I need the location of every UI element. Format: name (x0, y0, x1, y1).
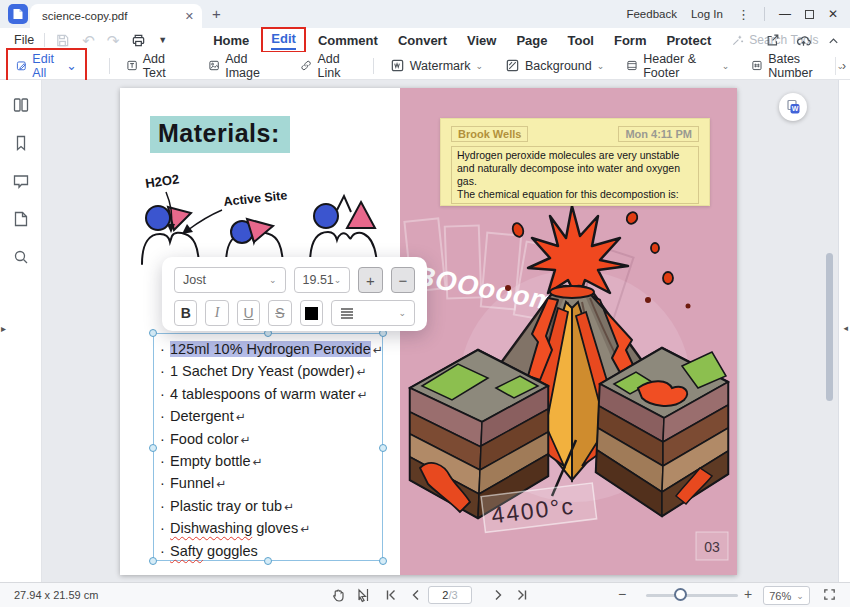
watermark-label: Watermark (410, 59, 471, 73)
bullet: · (160, 495, 170, 517)
page-number-input[interactable]: 2/3 (428, 586, 472, 604)
feedback-link[interactable]: Feedback (626, 8, 677, 20)
decrease-size-button[interactable]: − (391, 267, 415, 293)
background-button[interactable]: Background ⌄ (499, 55, 610, 76)
list-item[interactable]: ·Detergent↵ (160, 405, 380, 427)
list-item[interactable]: ·Empty bottle↵ (160, 450, 380, 472)
sticky-note-comment[interactable]: Brook Wells Mon 4:11 PM Hydrogen peroxid… (440, 118, 710, 206)
resize-handle[interactable] (379, 444, 387, 452)
selected-text-box[interactable]: ·125ml 10% Hydrogen Peroxide↵ ·1 Sachet … (153, 333, 383, 561)
expand-panel-arrow[interactable]: ▸ (1, 323, 6, 334)
previous-page-button[interactable] (408, 587, 424, 603)
background-icon (505, 58, 520, 73)
menu-item-home[interactable]: Home (203, 31, 259, 50)
italic-button[interactable]: I (205, 300, 228, 326)
select-tool-icon[interactable] (356, 587, 372, 603)
list-item[interactable]: ·4 tablespoons of warm water↵ (160, 383, 380, 405)
chevron-down-icon: ⌄ (597, 61, 605, 71)
edit-all-button[interactable]: Edit All ⌄ (6, 48, 87, 84)
font-size-select[interactable]: 19.51 ⌄ (294, 267, 351, 293)
menu-item-convert[interactable]: Convert (388, 31, 457, 50)
cloud-upload-icon[interactable] (796, 33, 811, 48)
more-tools-arrow[interactable]: › (835, 57, 846, 75)
resize-handle[interactable] (149, 557, 157, 565)
list-item[interactable]: ·Funnel↵ (160, 472, 380, 494)
hand-tool-icon[interactable] (330, 587, 346, 603)
resize-handle[interactable] (149, 444, 157, 452)
login-link[interactable]: Log In (691, 8, 723, 20)
list-item[interactable]: ·Plastic tray or tub↵ (160, 495, 380, 517)
menu-item-view[interactable]: View (457, 31, 506, 50)
chevron-down-icon: ⌄ (398, 308, 406, 318)
zoom-level-select[interactable]: 76% ⌄ (763, 586, 810, 605)
maximize-button[interactable] (805, 10, 814, 19)
first-page-button[interactable] (383, 587, 399, 603)
note-body-text[interactable]: Hydrogen peroxide molecules are very uns… (451, 146, 699, 204)
bookmarks-icon[interactable] (12, 134, 30, 152)
resize-handle[interactable] (379, 557, 387, 565)
close-window-button[interactable]: ✕ (828, 7, 838, 21)
list-item[interactable]: ·1 Sachet Dry Yeast (powder)↵ (160, 360, 380, 382)
menu-item-form[interactable]: Form (604, 31, 657, 50)
edit-toolbar: Edit All ⌄ Add Text Add Image Add Link W… (0, 52, 850, 80)
alignment-select[interactable]: ⌄ (331, 300, 415, 326)
save-icon[interactable] (55, 33, 70, 48)
resize-handle[interactable] (264, 557, 272, 565)
attachments-icon[interactable] (12, 210, 30, 228)
undo-icon[interactable]: ↶ (82, 33, 95, 48)
minimize-button[interactable]: — (779, 7, 791, 21)
list-item[interactable]: ·Food color↵ (160, 428, 380, 450)
enzyme-diagram: H2O2 Active Site (138, 174, 388, 266)
font-color-button[interactable] (300, 300, 323, 326)
zoom-slider-knob[interactable] (674, 588, 687, 601)
increase-size-button[interactable]: + (358, 267, 382, 293)
vertical-scrollbar[interactable] (826, 253, 833, 401)
watermark-button[interactable]: Watermark ⌄ (384, 55, 489, 76)
fit-screen-icon[interactable] (822, 587, 837, 602)
menu-item-comment[interactable]: Comment (308, 31, 388, 50)
new-tab-button[interactable]: + (212, 5, 221, 22)
header-footer-button[interactable]: Header & Footer ⌄ (620, 49, 735, 83)
menu-item-page[interactable]: Page (506, 31, 557, 50)
zoom-out-button[interactable]: − (618, 586, 626, 602)
menu-item-edit[interactable]: Edit (271, 31, 296, 46)
more-menu-icon[interactable]: ⋮ (737, 7, 750, 22)
list-item[interactable]: ·125ml 10% Hydrogen Peroxide↵ (160, 338, 380, 360)
next-page-button[interactable] (490, 587, 506, 603)
return-mark: ↵ (241, 433, 251, 447)
font-family-select[interactable]: Jost ⌄ (174, 267, 286, 293)
document-workspace: ▸ Materials: H2O2 Ac (0, 80, 850, 582)
redo-icon[interactable]: ↷ (107, 33, 120, 48)
add-image-icon (208, 58, 220, 73)
print-icon[interactable] (131, 33, 146, 48)
comments-icon[interactable] (12, 172, 30, 190)
collapse-panel-arrow[interactable]: ◂ (843, 323, 848, 333)
convert-to-word-button[interactable]: W (779, 93, 807, 121)
tab-title: science-copy.pdf (42, 10, 185, 22)
add-text-button[interactable]: Add Text (120, 49, 188, 83)
search-icon[interactable] (12, 248, 30, 266)
menu-item-protect[interactable]: Protect (656, 31, 721, 50)
tab-close-icon[interactable]: ✕ (185, 10, 194, 23)
divider (764, 7, 765, 21)
zoom-in-button[interactable]: + (744, 586, 752, 602)
zoom-slider[interactable] (646, 594, 738, 597)
h2o2-label: H2O2 (144, 174, 180, 191)
list-text: Detergent (170, 408, 234, 424)
open-external-icon[interactable] (766, 33, 780, 47)
bold-button[interactable]: B (174, 300, 197, 326)
document-tab[interactable]: science-copy.pdf ✕ (30, 4, 202, 28)
add-image-button[interactable]: Add Image (202, 49, 280, 83)
underline-button[interactable]: U (237, 300, 260, 326)
last-page-button[interactable] (514, 587, 530, 603)
file-menu[interactable]: File (14, 33, 34, 47)
customize-toolbar-icon[interactable]: ▼ (158, 35, 167, 45)
list-item[interactable]: ·Dishwashing gloves↵ (160, 517, 380, 539)
thumbnails-icon[interactable] (12, 96, 30, 114)
resize-handle[interactable] (149, 329, 157, 337)
collapse-ribbon-icon[interactable] (827, 34, 840, 47)
strikethrough-button[interactable]: S (268, 300, 291, 326)
add-link-button[interactable]: Add Link (294, 49, 363, 83)
magic-wand-icon (731, 34, 744, 47)
menu-item-tool[interactable]: Tool (557, 31, 603, 50)
